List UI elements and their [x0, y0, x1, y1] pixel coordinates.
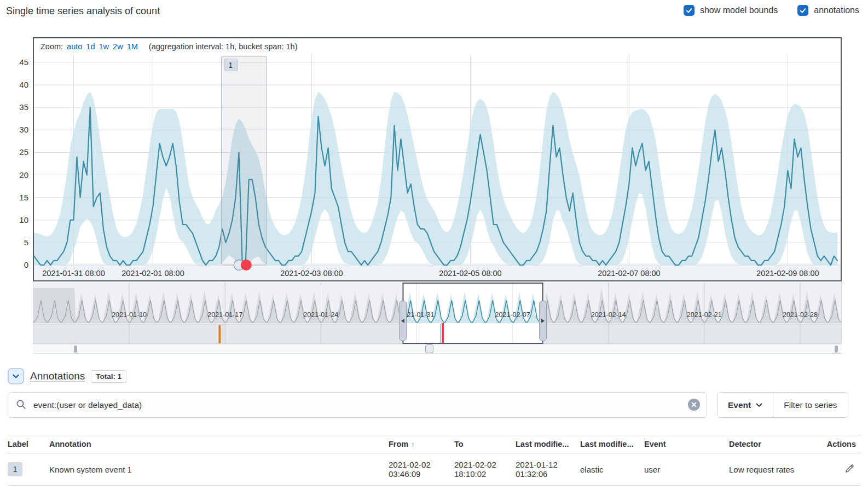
event-dropdown-button[interactable]: Event: [717, 393, 773, 417]
context-annotation-mark-user[interactable]: [442, 323, 444, 343]
filter-to-series-label: Filter to series: [784, 400, 837, 410]
column-label: Last modifie...: [580, 440, 634, 448]
context-tick-label: 2021-02-07: [480, 311, 546, 319]
cell-actions: [830, 453, 860, 485]
pencil-icon: [844, 463, 855, 474]
context-tick-label: 2021-02-21: [672, 311, 737, 319]
context-annotation-mark-delayed[interactable]: [219, 325, 221, 343]
column-label: Event: [644, 440, 666, 448]
cell-label: 1: [8, 453, 49, 485]
zoom-links: auto 1d 1w 2w 1M: [67, 42, 140, 51]
focus-chart-canvas[interactable]: [34, 38, 841, 280]
zoom-link-1w[interactable]: 1w: [99, 42, 109, 51]
column-header-detector[interactable]: Detector: [729, 435, 830, 453]
table-header-row: LabelAnnotationFrom↑ToLast modifie...Las…: [8, 435, 860, 453]
brush-handle-right[interactable]: [539, 301, 547, 341]
x-tick-label: 2021-02-09 08:00: [747, 269, 829, 278]
annotation-band-label[interactable]: 1: [224, 59, 238, 71]
x-tick-label: 2021-02-07 08:00: [588, 269, 670, 278]
column-header-actions[interactable]: Actions: [830, 435, 860, 453]
checkbox-label: show model bounds: [700, 5, 778, 15]
column-header-label[interactable]: Label: [8, 435, 49, 453]
checkbox-checked-icon[interactable]: [797, 5, 808, 16]
cell-event: user: [644, 453, 729, 485]
clear-search-icon[interactable]: [688, 399, 700, 411]
filter-to-series-button[interactable]: Filter to series: [773, 393, 847, 417]
checkbox-show-model-bounds[interactable]: show model bounds: [684, 5, 778, 16]
y-tick-label: 0: [7, 260, 28, 269]
triangle-left-icon: [401, 318, 405, 324]
table-row: 1Known system event 12021-02-02 03:46:09…: [8, 453, 860, 486]
checkbox-annotations[interactable]: annotations: [797, 5, 859, 16]
scrollbar-drag-handle[interactable]: [425, 344, 433, 353]
anomaly-marker[interactable]: [241, 260, 252, 270]
page-title: Single time series analysis of count: [6, 5, 160, 17]
annotations-heading[interactable]: Annotations: [30, 370, 85, 382]
table-body: 1Known system event 12021-02-02 03:46:09…: [8, 453, 860, 486]
cell-detector: Low request rates: [729, 453, 830, 485]
cell-modified_date: 2021-01-12 01:32:06: [516, 453, 580, 485]
zoom-label: Zoom:: [40, 42, 63, 51]
checkbox-checked-icon[interactable]: [684, 5, 695, 16]
zoom-toolbar: Zoom: auto 1d 1w 2w 1M (aggregation inte…: [34, 38, 304, 55]
column-header-modified_by[interactable]: Last modifie...: [580, 435, 644, 453]
context-tick-label: 2021-01-10: [96, 311, 162, 319]
search-input[interactable]: [8, 392, 707, 418]
scrollbar-left-pill[interactable]: [74, 346, 77, 353]
zoom-link-auto[interactable]: auto: [67, 42, 82, 51]
annotation-label-badge: 1: [8, 462, 22, 476]
timeline-scrollbar[interactable]: [33, 344, 842, 354]
y-tick-label: 20: [7, 170, 28, 180]
brush-handle-left[interactable]: [399, 301, 407, 341]
checkbox-label: annotations: [814, 5, 859, 15]
scrollbar-right-pill[interactable]: [835, 346, 838, 353]
cell-annotation: Known system event 1: [49, 453, 389, 485]
focus-y-axis: 454035302520151050: [7, 37, 28, 281]
column-label: From: [389, 440, 408, 448]
edit-annotation-button[interactable]: [843, 462, 856, 476]
header-checkbox-row: show model boundsannotations: [684, 5, 859, 16]
column-label: To: [454, 440, 464, 448]
context-chart-panel: 2021-01-102021-01-172021-01-242021-01-31…: [33, 283, 842, 344]
collapse-annotations-button[interactable]: [8, 368, 24, 384]
context-tick-label: 2021-01-31: [384, 311, 449, 319]
context-tick-label: 2021-02-14: [576, 311, 641, 319]
context-tick-label: 2021-02-28: [767, 311, 833, 319]
column-label: Actions: [827, 440, 856, 448]
y-tick-label: 15: [7, 193, 28, 202]
search-icon: [16, 399, 27, 412]
column-header-from[interactable]: From↑: [389, 435, 454, 453]
annotation-band[interactable]: [222, 56, 267, 265]
column-label: Label: [8, 440, 28, 448]
column-header-modified_date[interactable]: Last modifie...: [516, 435, 580, 453]
zoom-link-2w[interactable]: 2w: [113, 42, 123, 51]
annotations-header: Annotations Total: 1: [8, 368, 126, 384]
aggregation-interval-text: (aggregation interval: 1h, bucket span: …: [149, 42, 298, 51]
column-label: Last modifie...: [516, 440, 569, 448]
sort-ascending-icon: ↑: [411, 440, 415, 448]
cell-from: 2021-02-02 03:46:09: [389, 453, 454, 485]
y-tick-label: 30: [7, 125, 28, 134]
context-tick-label: 2021-01-17: [192, 311, 258, 319]
context-tick-label: 2021-01-24: [288, 311, 354, 319]
column-header-annotation[interactable]: Annotation: [49, 435, 389, 453]
column-header-to[interactable]: To: [454, 435, 516, 453]
zoom-link-1d[interactable]: 1d: [86, 42, 95, 51]
y-tick-label: 35: [7, 102, 28, 112]
y-tick-label: 45: [7, 57, 28, 67]
column-header-event[interactable]: Event: [644, 435, 729, 453]
y-tick-label: 10: [7, 215, 28, 225]
filter-button-group: Event Filter to series: [717, 392, 848, 418]
column-label: Annotation: [49, 440, 91, 448]
y-tick-label: 5: [7, 238, 28, 247]
y-tick-label: 40: [7, 80, 28, 89]
cell-to: 2021-02-02 18:10:02: [454, 453, 516, 485]
x-tick-label: 2021-01-31 08:00: [32, 269, 114, 278]
zoom-link-1M[interactable]: 1M: [127, 42, 138, 51]
y-tick-label: 25: [7, 147, 28, 157]
event-dropdown-label: Event: [728, 400, 751, 410]
total-count-badge: Total: 1: [91, 370, 126, 383]
annotations-table: LabelAnnotationFrom↑ToLast modifie...Las…: [8, 435, 860, 486]
annotations-search: [8, 392, 707, 418]
cell-modified_by: elastic: [580, 453, 644, 485]
